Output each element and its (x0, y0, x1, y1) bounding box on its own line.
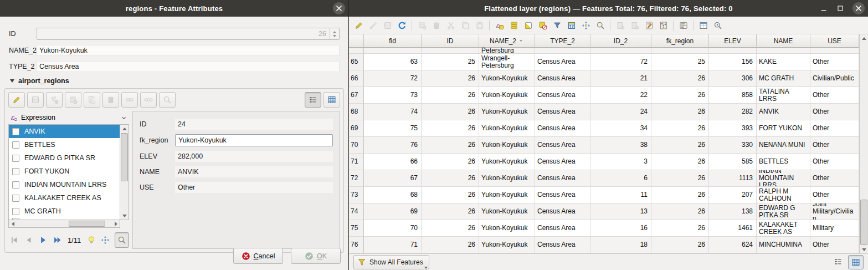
toggle-editing-button[interactable] (8, 92, 25, 108)
cell-fid[interactable]: 76 (364, 137, 422, 154)
cell-NAME_2[interactable]: Yukon-Koyukuk (479, 237, 535, 253)
id-spinbox[interactable]: 26 (37, 28, 340, 40)
cell-fid[interactable] (364, 48, 422, 54)
show-all-features-button[interactable]: Show All Features (353, 255, 429, 269)
column-header-NAME[interactable]: NAME (757, 34, 810, 48)
cell-ELEV[interactable]: 1461 (709, 220, 757, 237)
checkbox[interactable] (12, 128, 19, 135)
row-number[interactable]: 73 (349, 187, 364, 203)
cell-fid[interactable]: 72 (364, 70, 422, 87)
cell-USE[interactable]: Civilian/Public (810, 70, 859, 87)
cell-ID[interactable]: 26 (422, 137, 479, 154)
cell-ID[interactable]: 26 (422, 203, 479, 220)
cell-fk_region[interactable]: 26 (651, 120, 709, 137)
cell-ELEV[interactable]: 156 (709, 54, 757, 70)
ok-button[interactable]: OK (291, 248, 341, 264)
cell-ELEV[interactable]: 306 (709, 70, 757, 87)
cell-NAME_2[interactable]: Petersburg (479, 48, 535, 54)
cell-fk_region[interactable]: 26 (651, 220, 709, 237)
cell-NAME[interactable]: KAKE (757, 54, 810, 70)
cell-USE[interactable]: Military (810, 220, 859, 237)
cell-NAME[interactable]: BETTLES (757, 154, 810, 170)
cell-ID_2[interactable]: 16 (590, 220, 651, 237)
scroll-left-arrow[interactable] (9, 220, 17, 227)
column-header-ELEV[interactable]: ELEV (709, 34, 757, 48)
deselect-all-button[interactable] (536, 18, 549, 33)
table-corner-cell[interactable] (349, 34, 364, 48)
relation-collapse-header[interactable]: airport_regions (0, 72, 348, 88)
list-item[interactable]: FORT YUKON (9, 165, 120, 178)
minimize-button[interactable] (819, 2, 828, 14)
move-selection-top-button[interactable] (564, 18, 578, 33)
scroll-up-arrow[interactable] (120, 125, 129, 133)
cell-TYPE_2[interactable]: Census Area (535, 54, 590, 70)
cell-NAME[interactable]: KALAKAKET CREEK AS (757, 220, 810, 237)
pan-to-selection-button[interactable] (579, 18, 593, 33)
cell-ID[interactable] (422, 48, 479, 54)
close-button[interactable] (852, 2, 865, 14)
close-button[interactable] (333, 2, 345, 14)
table-view-button[interactable] (848, 255, 864, 269)
cell-ID_2[interactable]: 13 (590, 203, 651, 220)
column-header-ID[interactable]: ID (422, 34, 479, 48)
checkbox[interactable] (12, 195, 19, 202)
cell-USE[interactable]: Other (810, 120, 859, 137)
cell-fk_region[interactable]: 25 (651, 54, 709, 70)
select-by-expression-button[interactable]: ε (492, 18, 506, 33)
cell-fid[interactable]: 70 (364, 220, 422, 237)
cell-ID_2[interactable]: 38 (590, 137, 651, 154)
detail-field-ELEV[interactable]: 282,000 (175, 151, 333, 162)
row-number[interactable]: 67 (349, 87, 364, 104)
row-number[interactable]: 75 (349, 220, 364, 237)
field-calculator-button[interactable] (642, 18, 656, 33)
cell-NAME_2[interactable]: Yukon-Koyukuk (479, 104, 535, 120)
cell-NAME_2[interactable]: Yukon-Koyukuk (479, 87, 535, 104)
toggle-editing-button[interactable] (352, 18, 366, 33)
column-header-fid[interactable]: fid (364, 34, 422, 48)
cell-TYPE_2[interactable]: Census Area (535, 187, 590, 203)
cell-ELEV[interactable]: 585 (709, 154, 757, 170)
nav-next-button[interactable] (38, 234, 48, 246)
cell-fk_region[interactable]: 26 (651, 203, 709, 220)
cell-fid[interactable]: 67 (364, 170, 422, 187)
nav-last-button[interactable] (52, 234, 63, 246)
detail-field-ID[interactable]: 24 (175, 119, 333, 130)
cell-NAME[interactable]: MC GRATH (757, 70, 810, 87)
list-item[interactable]: ANVIK (9, 125, 120, 138)
cell-USE[interactable]: Other (810, 154, 859, 170)
cell-ID[interactable]: 26 (422, 237, 479, 253)
cell-ELEV[interactable]: 138 (709, 203, 757, 220)
row-number[interactable]: 66 (349, 70, 364, 87)
cell-NAME[interactable]: TATALINA LRRS (757, 87, 810, 104)
row-number[interactable]: 74 (349, 203, 364, 220)
cell-fid[interactable]: 69 (364, 203, 422, 220)
row-number[interactable]: 69 (349, 120, 364, 137)
row-number[interactable]: 71 (349, 154, 364, 170)
cell-ID_2[interactable]: 34 (590, 120, 651, 137)
cell-fid[interactable]: 75 (364, 120, 422, 137)
checkbox[interactable] (12, 181, 19, 189)
list-horizontal-scrollbar[interactable] (8, 220, 120, 228)
row-number[interactable]: 70 (349, 137, 364, 154)
cell-ID[interactable]: 25 (422, 54, 479, 70)
cell-ID_2[interactable]: 3 (590, 154, 651, 170)
select-by-form-button[interactable] (550, 18, 564, 33)
cell-ID[interactable]: 26 (422, 170, 479, 187)
cell-ELEV[interactable]: 624 (709, 237, 757, 253)
table-view-button[interactable] (323, 92, 340, 108)
search-features-button[interactable] (711, 18, 725, 33)
detail-field-NAME[interactable]: ANVIK (175, 166, 333, 177)
cell-fk_region[interactable]: 26 (651, 70, 709, 87)
row-number[interactable]: 76 (349, 237, 364, 253)
cell-ID[interactable]: 26 (422, 104, 479, 120)
scrollbar-thumb[interactable] (860, 200, 867, 245)
cell-NAME_2[interactable]: Yukon-Koyukuk (479, 203, 535, 220)
cell-TYPE_2[interactable]: Census Area (535, 87, 590, 104)
scroll-down-arrow[interactable] (860, 246, 868, 253)
cell-ID[interactable]: 26 (422, 154, 479, 170)
cell-NAME[interactable]: MINCHUMINA (757, 237, 810, 253)
scroll-right-arrow[interactable] (112, 220, 120, 227)
invert-selection-button[interactable] (521, 18, 535, 33)
cell-NAME[interactable]: RALPH M CALHOUN (757, 187, 810, 203)
cell-NAME[interactable]: FORT YUKON (757, 120, 810, 137)
